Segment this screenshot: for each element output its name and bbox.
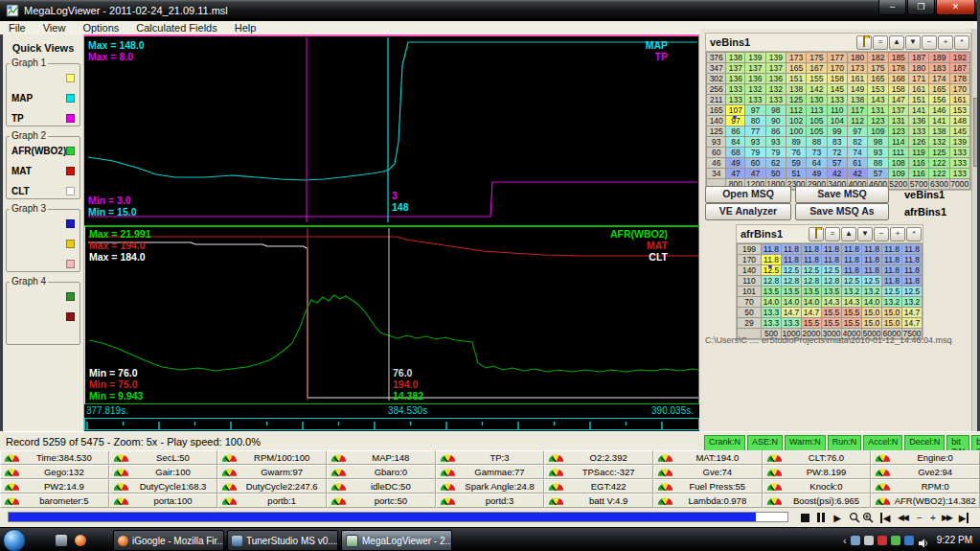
bin-cell[interactable]: 133: [908, 126, 928, 137]
ve-analyzer-button[interactable]: VE Analyzer: [705, 203, 791, 220]
menu-options[interactable]: Options: [74, 21, 127, 34]
bin-cell[interactable]: 141: [929, 116, 949, 126]
bin-cell[interactable]: 183: [929, 63, 949, 74]
bin-cell[interactable]: 11.8: [862, 244, 882, 255]
bin-cell[interactable]: 50: [765, 169, 786, 179]
menu-view[interactable]: View: [34, 21, 75, 34]
bin-cell[interactable]: 12.5: [842, 276, 862, 287]
bin-cell[interactable]: 14.0: [762, 297, 782, 308]
bin-cell[interactable]: 145: [949, 126, 969, 137]
bin-cell[interactable]: 72: [827, 148, 847, 158]
tray-security-icon[interactable]: [877, 536, 887, 545]
tray-expand-icon[interactable]: ‹: [843, 535, 847, 546]
bin-cell[interactable]: 49: [726, 158, 745, 169]
bin-cell[interactable]: 112: [847, 116, 867, 126]
bin-cell[interactable]: 89: [786, 137, 806, 148]
bin-cell[interactable]: 64: [807, 158, 827, 169]
bin-cell[interactable]: 98: [765, 105, 786, 116]
bin-cell[interactable]: 88: [807, 137, 827, 148]
bin-cell[interactable]: 175: [868, 63, 888, 74]
bin-cell[interactable]: 97: [745, 105, 765, 116]
bin-cell[interactable]: 167: [807, 63, 827, 74]
series-item-map[interactable]: MAP: [7, 88, 80, 108]
bin-cell[interactable]: 136: [726, 74, 745, 84]
bin-cell[interactable]: 137: [745, 63, 765, 74]
save-msq-as-button[interactable]: Save MSQ As: [795, 203, 889, 220]
bin-cell[interactable]: 13.2: [882, 297, 902, 308]
close-button[interactable]: ✕: [936, 0, 975, 15]
bin-cell[interactable]: 158: [888, 84, 908, 95]
tray-volume-icon[interactable]: [918, 536, 929, 545]
bin-cell[interactable]: 13.2: [902, 297, 923, 308]
stop-button[interactable]: [797, 510, 812, 525]
bin-cell[interactable]: 15.0: [862, 308, 882, 318]
bin-cell[interactable]: 105: [807, 126, 827, 137]
bin-cell[interactable]: 180: [908, 63, 928, 74]
pause-button[interactable]: [813, 510, 829, 525]
bin-cell[interactable]: 182: [868, 53, 888, 63]
bin-cell[interactable]: 11.8: [842, 265, 862, 276]
bin-cell[interactable]: 15.5: [842, 308, 862, 318]
bin-cell[interactable]: 42: [827, 169, 847, 179]
bin-cell[interactable]: 136: [908, 116, 928, 126]
bin-cell[interactable]: 165: [868, 74, 888, 84]
bin-cell[interactable]: 14.0: [782, 297, 802, 308]
clock[interactable]: 9:22 PM: [937, 535, 972, 545]
graph-area[interactable]: Max = 148.0Max = 8.0 MAPTP Min = 3.0Min …: [84, 34, 699, 431]
bin-cell[interactable]: 119: [908, 148, 928, 158]
bin-cell[interactable]: 180: [847, 53, 867, 63]
bin-cell[interactable]: 147: [888, 95, 908, 105]
bin-cell[interactable]: 133: [726, 84, 745, 95]
tray-network-icon[interactable]: [851, 536, 860, 545]
bin-cell[interactable]: 79: [745, 148, 765, 158]
bin-cell[interactable]: 109: [888, 169, 908, 179]
bin-cell[interactable]: 86: [765, 126, 786, 137]
series-item-clt[interactable]: CLT: [7, 181, 80, 201]
bin-cell[interactable]: 137: [726, 63, 745, 74]
bin-cell[interactable]: 133: [949, 158, 969, 169]
tray-display-icon[interactable]: [904, 536, 914, 545]
bin-cell[interactable]: 136: [765, 74, 786, 84]
series-item-tp[interactable]: TP: [7, 108, 80, 128]
skip-to-end-button[interactable]: ▶: [956, 510, 971, 525]
skip-to-start-button[interactable]: ◀: [877, 510, 893, 525]
bin-cell[interactable]: 153: [949, 105, 969, 116]
bin-cell[interactable]: 116: [908, 169, 928, 179]
quick-launch-firefox-icon[interactable]: [75, 535, 86, 546]
minimize-button[interactable]: –: [878, 0, 906, 15]
bin-cell[interactable]: 60: [745, 158, 765, 169]
increment-up-button[interactable]: ▲: [889, 35, 904, 50]
bin-cell[interactable]: 11.8: [882, 244, 902, 255]
bin-cell[interactable]: 100: [786, 126, 806, 137]
bin-cell[interactable]: 13.3: [762, 308, 782, 318]
bin-cell[interactable]: 11.8: [902, 276, 923, 287]
series-item[interactable]: [7, 68, 80, 88]
scale-button[interactable]: *: [954, 35, 969, 50]
bin-cell[interactable]: 42: [847, 169, 867, 179]
bin-cell[interactable]: 126: [908, 137, 928, 148]
bin-cell[interactable]: 173: [847, 63, 867, 74]
bin-cell[interactable]: 11.8: [802, 244, 822, 255]
bin-cell[interactable]: 133: [726, 95, 745, 105]
bin-cell[interactable]: 73: [807, 148, 827, 158]
bin-cell[interactable]: 138: [726, 53, 745, 63]
minus-button[interactable]: −: [874, 227, 889, 241]
bin-cell[interactable]: 93: [745, 137, 765, 148]
bin-cell[interactable]: 93: [868, 148, 888, 158]
bin-cell[interactable]: 90: [765, 116, 786, 126]
bin-cell[interactable]: 151: [908, 95, 928, 105]
bin-cell[interactable]: 68: [726, 148, 745, 158]
bin-cell[interactable]: 139: [949, 137, 969, 148]
bin-cell[interactable]: 122: [929, 158, 949, 169]
bin-cell[interactable]: 11.8: [762, 255, 782, 265]
bin-cell[interactable]: 13.2: [862, 287, 882, 297]
bin-cell[interactable]: 165: [929, 84, 949, 95]
bin-cell[interactable]: 15.5: [842, 318, 862, 329]
bin-cell[interactable]: 15.5: [822, 318, 842, 329]
bin-cell[interactable]: 62: [765, 158, 786, 169]
bin-cell[interactable]: 187: [949, 63, 969, 74]
bin-cell[interactable]: 11.8: [762, 244, 782, 255]
bin-cell[interactable]: 49: [807, 169, 827, 179]
bin-cell[interactable]: 14.7: [782, 308, 802, 318]
bin-cell[interactable]: 83: [827, 137, 847, 148]
